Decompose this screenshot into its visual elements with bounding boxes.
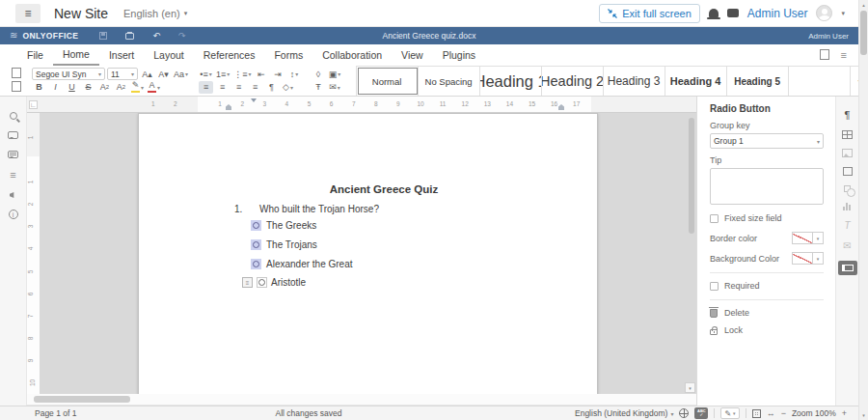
document-heading[interactable]: Ancient Greece Quiz: [249, 183, 519, 195]
tab-layout[interactable]: Layout: [144, 44, 194, 66]
tab-file[interactable]: File: [17, 44, 53, 66]
align-left-button[interactable]: ≡: [199, 81, 213, 94]
tab-stop-selector[interactable]: ∟: [27, 97, 40, 113]
exit-fullscreen-button[interactable]: Exit full screen: [599, 4, 700, 23]
radio-option-row[interactable]: The Greeks: [251, 220, 316, 231]
style-heading-2[interactable]: Heading 2: [542, 67, 604, 96]
tab-references[interactable]: References: [194, 44, 265, 66]
tab-plugins[interactable]: Plugins: [433, 44, 485, 66]
decrease-indent-button[interactable]: ⇤: [255, 68, 269, 80]
mail-merge-button[interactable]: ✉: [328, 81, 342, 94]
style-normal[interactable]: Normal: [357, 67, 419, 96]
clear-style-button[interactable]: ◊: [312, 68, 326, 80]
strikeout-button[interactable]: S: [81, 81, 95, 94]
document-canvas[interactable]: Ancient Greece Quiz 1. Who built the Tro…: [40, 113, 696, 394]
chat-icon[interactable]: [8, 151, 18, 158]
tip-textarea[interactable]: [710, 168, 824, 205]
bold-button[interactable]: B: [32, 81, 46, 94]
style-heading-4[interactable]: Heading 4: [665, 67, 727, 96]
horizontal-ruler[interactable]: 211234567891011121314151617: [40, 97, 696, 113]
comments-icon[interactable]: [8, 131, 18, 139]
merge-shapes-icon[interactable]: [844, 185, 851, 192]
tab-forms[interactable]: Forms: [264, 44, 312, 66]
radio-field-icon[interactable]: [251, 220, 261, 231]
navigation-headings-icon[interactable]: ≡: [10, 170, 15, 181]
align-right-button[interactable]: ≡: [231, 81, 246, 94]
page-indicator[interactable]: Page 1 of 1: [35, 408, 76, 418]
scrollbar-down-icon[interactable]: ▾: [859, 410, 868, 420]
track-changes-button[interactable]: ✎ ▾: [720, 407, 739, 419]
about-icon[interactable]: i: [9, 210, 18, 219]
search-icon[interactable]: [10, 112, 17, 120]
set-language-globe-icon[interactable]: [679, 408, 689, 418]
zoom-in-button[interactable]: +: [842, 408, 847, 418]
required-checkbox[interactable]: [710, 282, 719, 291]
border-color-caret-icon[interactable]: ▾: [813, 232, 824, 244]
tab-collaboration[interactable]: Collaboration: [312, 44, 392, 66]
radio-field-icon[interactable]: [251, 259, 261, 269]
required-checkbox-row[interactable]: Required: [710, 281, 824, 291]
radio-option-row[interactable]: The Trojans: [251, 239, 317, 250]
delete-field-button[interactable]: Delete: [710, 308, 824, 318]
spell-check-button[interactable]: ABC ✓: [694, 407, 708, 419]
scrollbar-up-icon[interactable]: ▴: [859, 0, 868, 10]
paragraph-shading-button[interactable]: ◇: [281, 81, 295, 94]
multilevel-list-button[interactable]: ⋮≡: [232, 68, 252, 80]
form-settings-icon-active[interactable]: [838, 261, 857, 275]
fixed-size-checkbox[interactable]: [710, 214, 719, 223]
style-heading-1[interactable]: Heading 1: [480, 67, 542, 96]
superscript-button[interactable]: A2: [97, 81, 112, 94]
fit-to-page-icon[interactable]: [752, 409, 761, 418]
group-key-select[interactable]: Group 1: [710, 133, 824, 149]
table-settings-icon[interactable]: [842, 130, 853, 139]
document-page[interactable]: Ancient Greece Quiz 1. Who built the Tro…: [138, 113, 598, 394]
numbering-button[interactable]: 1≡: [215, 68, 231, 80]
language-menu[interactable]: English (en) ▾: [123, 8, 187, 19]
save-icon[interactable]: [99, 32, 107, 40]
textart-settings-icon[interactable]: T: [844, 220, 850, 231]
change-case-button[interactable]: Aa: [173, 68, 189, 80]
font-color-button[interactable]: A: [147, 81, 161, 94]
tab-view[interactable]: View: [392, 44, 433, 66]
italic-button[interactable]: I: [48, 81, 63, 94]
collapse-toolbar-icon[interactable]: ≡: [841, 49, 847, 61]
notifications-bell-icon[interactable]: [709, 9, 719, 17]
document-horizontal-scrollbar[interactable]: [27, 394, 696, 406]
tab-home[interactable]: Home: [53, 44, 99, 66]
copy-style-button[interactable]: Ŧ: [312, 81, 326, 94]
line-spacing-button[interactable]: ↕: [287, 68, 302, 80]
horizontal-scroll-thumb[interactable]: [34, 396, 130, 403]
justify-button[interactable]: ≡: [248, 81, 262, 94]
align-center-button[interactable]: ≡: [215, 81, 230, 94]
feedback-icon[interactable]: [10, 192, 17, 198]
fill-color-button[interactable]: ▣: [328, 68, 342, 80]
nonprinting-chars-button[interactable]: ¶: [264, 81, 279, 94]
user-menu-caret-icon[interactable]: ▾: [841, 10, 845, 17]
open-file-location-icon[interactable]: [820, 51, 827, 60]
increase-indent-button[interactable]: ⇥: [271, 68, 285, 80]
shape-settings-icon[interactable]: [843, 167, 853, 176]
increase-font-button[interactable]: A▴: [140, 68, 154, 80]
radio-field-icon[interactable]: [251, 239, 261, 250]
site-menu-button[interactable]: ≡: [15, 4, 41, 23]
font-name-select[interactable]: Segoe UI Syn: [32, 68, 105, 80]
subscript-button[interactable]: A2: [114, 81, 128, 94]
highlight-color-button[interactable]: ✎: [130, 81, 145, 94]
paragraph-settings-icon[interactable]: ¶: [845, 110, 851, 121]
image-settings-icon[interactable]: [842, 149, 853, 157]
style-no-spacing[interactable]: No Spacing: [419, 67, 480, 96]
user-name-link[interactable]: Admin User: [747, 7, 808, 20]
vertical-ruler[interactable]: 112345678910: [27, 113, 40, 394]
undo-icon[interactable]: ↶: [152, 32, 160, 41]
radio-option-row[interactable]: Alexander the Great: [251, 259, 353, 269]
selected-radio-field-icon[interactable]: [257, 277, 267, 288]
zoom-out-button[interactable]: −: [781, 408, 786, 418]
redo-icon[interactable]: ↷: [178, 32, 186, 41]
document-language-select[interactable]: English (United Kingdom) ▾: [575, 408, 673, 418]
zoom-level[interactable]: Zoom 100%: [792, 408, 836, 418]
background-color-caret-icon[interactable]: ▾: [813, 252, 824, 265]
underline-button[interactable]: U: [65, 81, 79, 94]
document-vertical-scrollbar[interactable]: [689, 118, 694, 234]
chart-settings-icon[interactable]: [843, 202, 853, 210]
fixed-size-checkbox-row[interactable]: Fixed size field: [710, 213, 824, 223]
